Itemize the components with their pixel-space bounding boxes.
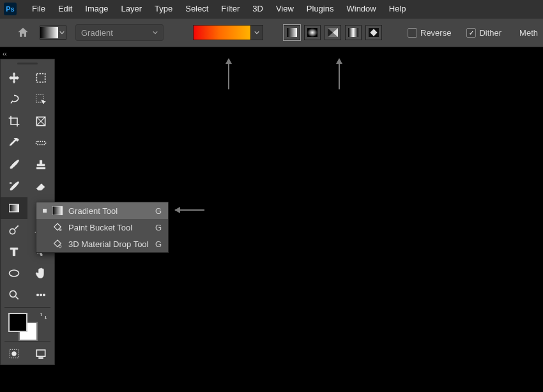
tool-zoom[interactable] [1,284,27,306]
flyout-item-label: Gradient Tool [68,206,150,216]
history-brush-icon [8,180,20,193]
dither-label: Dither [479,28,501,38]
menu-type[interactable]: Type [148,0,179,18]
flyout-item-label: Paint Bucket Tool [68,223,150,232]
healing-icon [34,137,47,149]
options-bar: Gradient Reverse Dither Meth [0,18,543,47]
panel-collapse-button[interactable]: ‹‹ [0,47,543,60]
menu-layer[interactable]: Layer [115,0,149,18]
frame-icon [34,115,47,128]
annotation-arrow [228,59,229,89]
gradient-type-linear[interactable] [284,25,300,40]
quick-mask-icon [8,347,20,360]
flyout-item-paint-bucket[interactable]: Paint Bucket Tool G [36,219,168,236]
hand-icon [34,267,47,280]
tool-history-brush[interactable] [1,176,27,197]
gradient-type-angle[interactable] [325,25,341,40]
tool-screen-mode[interactable] [27,343,54,365]
menu-plugins[interactable]: Plugins [300,0,340,18]
chevron-down-icon [254,30,259,35]
tool-frame[interactable] [27,110,54,132]
lasso-icon [8,93,20,106]
flyout-item-3d-material-drop[interactable]: 3D Material Drop Tool G [36,236,168,252]
tool-move[interactable] [1,67,27,89]
ellipse-icon [8,267,20,280]
flyout-item-shortcut: G [155,239,162,249]
menu-select[interactable]: Select [179,0,215,18]
gradient-type-group [284,25,382,40]
more-icon [34,289,47,301]
flyout-item-gradient[interactable]: Gradient Tool G [36,202,168,219]
stamp-icon [34,158,47,171]
eyedropper-icon [8,137,20,149]
swap-colors-icon[interactable] [39,312,48,320]
svg-point-19 [12,352,17,356]
tool-rectangle[interactable] [1,262,27,284]
dither-checkbox[interactable] [466,28,476,38]
gradient-editor-dropdown[interactable] [250,26,263,40]
reverse-checkbox[interactable] [408,28,417,38]
selected-indicator [43,209,47,213]
tool-quick-mask[interactable] [1,343,27,365]
svg-rect-1 [307,28,317,37]
gradient-type-radial[interactable] [304,25,321,40]
tool-eyedropper[interactable] [1,132,27,154]
svg-rect-10 [10,204,19,212]
reverse-label: Reverse [420,28,451,38]
tool-edit-toolbar[interactable] [27,284,54,306]
foreground-color-swatch[interactable] [8,313,27,332]
svg-point-12 [10,229,15,234]
tool-preset-picker[interactable] [40,26,66,40]
menu-filter[interactable]: Filter [215,0,246,18]
gradient-preview [194,26,250,40]
tool-eraser[interactable] [27,176,54,197]
gradient-type-diamond[interactable] [365,25,382,40]
tool-spot-healing[interactable] [27,132,54,154]
gradient-icon [52,205,63,216]
tool-crop[interactable] [1,110,27,132]
type-icon [8,245,20,258]
tool-clone-stamp[interactable] [27,154,54,176]
tool-brush[interactable] [1,154,27,176]
menu-3d[interactable]: 3D [246,0,270,18]
home-icon [17,26,29,39]
menu-view[interactable]: View [270,0,300,18]
tool-rectangular-marquee[interactable] [27,67,54,89]
flyout-item-shortcut: G [155,223,162,232]
tool-type[interactable] [1,241,27,262]
tool-quick-selection[interactable] [27,89,54,110]
tool-dodge[interactable] [1,219,27,241]
zoom-icon [8,289,20,301]
svg-point-17 [43,294,45,296]
menu-help[interactable]: Help [383,0,413,18]
svg-rect-3 [348,28,358,37]
flyout-item-shortcut: G [155,206,162,216]
crop-icon [8,115,20,128]
gradient-type-reflected[interactable] [345,25,362,40]
screen-mode-icon [34,347,47,360]
tool-gradient[interactable] [1,197,27,219]
svg-rect-0 [287,28,297,37]
annotation-arrow [339,59,340,89]
gradient-editor-button[interactable] [193,25,263,40]
svg-point-16 [40,294,42,296]
menu-image[interactable]: Image [79,0,114,18]
annotation-arrow [175,209,204,211]
reverse-option[interactable]: Reverse [408,28,451,38]
gradient-preset-dropdown[interactable]: Gradient [75,24,164,41]
marquee-icon [34,72,47,84]
svg-point-15 [36,294,38,296]
gradient-icon [8,202,20,215]
menu-edit[interactable]: Edit [52,0,79,18]
tool-hand[interactable] [27,262,54,284]
toolbox-grip[interactable] [1,59,54,67]
flyout-item-label: 3D Material Drop Tool [68,239,150,249]
gradient-preset-label: Gradient [81,28,113,38]
foreground-background-colors[interactable] [1,309,54,340]
tool-lasso[interactable] [1,89,27,110]
dither-option[interactable]: Dither [466,28,501,38]
menu-window[interactable]: Window [340,0,382,18]
menu-file[interactable]: File [26,0,52,18]
tool-flyout-menu: Gradient Tool G Paint Bucket Tool G 3D M… [36,202,169,253]
home-button[interactable] [15,25,31,40]
